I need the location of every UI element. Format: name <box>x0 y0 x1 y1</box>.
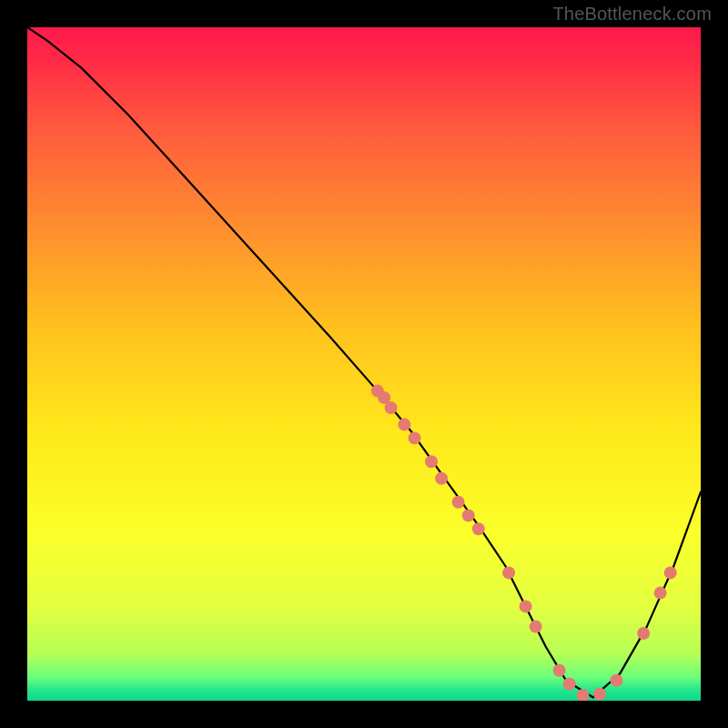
data-dot <box>435 472 448 485</box>
data-dot <box>553 664 566 677</box>
data-dot <box>664 566 677 579</box>
data-dot <box>425 455 438 468</box>
data-dot <box>452 496 465 509</box>
data-dot <box>593 688 606 701</box>
data-dot <box>409 431 421 444</box>
data-dot <box>385 401 398 414</box>
chart-svg <box>27 27 701 701</box>
data-dot <box>502 566 515 579</box>
data-dot <box>472 522 485 535</box>
data-dot <box>530 621 542 633</box>
data-dot <box>462 510 475 522</box>
data-dot <box>654 587 667 600</box>
plot-area <box>27 27 701 701</box>
data-dot <box>637 627 650 640</box>
data-dot <box>563 678 576 691</box>
chart-container: TheBottleneck.com <box>0 0 728 728</box>
data-dot <box>520 600 532 612</box>
watermark-text: TheBottleneck.com <box>552 4 712 25</box>
gradient-background <box>27 27 701 701</box>
data-dot <box>611 674 623 687</box>
data-dot <box>398 419 410 431</box>
